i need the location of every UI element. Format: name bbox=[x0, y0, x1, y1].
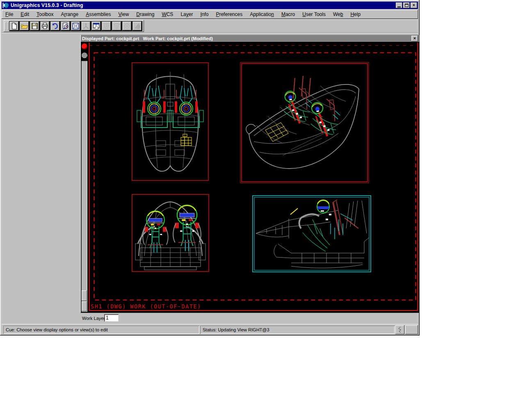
menu-view[interactable]: View bbox=[115, 10, 133, 18]
drafting-sheet: SH1 (DWG) WORK (OUT-OF-DATE) bbox=[88, 42, 419, 313]
dotted-pattern-icon-1-button bbox=[101, 21, 112, 31]
zoom-document-button[interactable] bbox=[60, 21, 71, 31]
menu-preferences[interactable]: Preferences bbox=[212, 10, 246, 18]
toolbar-buttons bbox=[9, 21, 142, 31]
open-folder-icon bbox=[21, 22, 28, 30]
minimize-button[interactable] bbox=[396, 2, 402, 8]
open-folder-button[interactable] bbox=[19, 21, 30, 31]
hatch-fan-button bbox=[132, 21, 142, 31]
viewport-side-view[interactable] bbox=[253, 196, 371, 272]
dotted-pattern-icon-2 bbox=[113, 22, 121, 30]
menu-layer[interactable]: Layer bbox=[177, 10, 196, 18]
zoom-document-icon bbox=[62, 22, 69, 30]
menu-edit[interactable]: Edit bbox=[17, 10, 33, 18]
stop-light-red-icon[interactable] bbox=[82, 43, 87, 49]
toolbar-grip[interactable] bbox=[7, 22, 8, 30]
menu-help[interactable]: Help bbox=[347, 10, 364, 18]
window-title: Unigraphics V15.0.3 - Drafting bbox=[11, 2, 83, 8]
dotted-pattern-icon-2-button bbox=[112, 21, 122, 31]
client-area: Displayed Part: cockpit.prt Work Part: c… bbox=[2, 33, 418, 324]
3d-axes-button bbox=[81, 21, 91, 31]
status-panel: Status: Updating View RIGHT@3 bbox=[200, 326, 395, 334]
hand-select-icon bbox=[92, 22, 100, 30]
interrupt-icon bbox=[397, 326, 402, 333]
cue-text: Cue: Choose view display options or view… bbox=[6, 327, 108, 332]
drawing-window-header[interactable]: Displayed Part: cockpit.prt Work Part: c… bbox=[81, 35, 419, 42]
hatch-fan-icon bbox=[133, 22, 141, 30]
menu-toolbox[interactable]: Toolbox bbox=[33, 10, 57, 18]
toolbar-band bbox=[4, 20, 144, 32]
close-icon: × bbox=[413, 36, 416, 41]
drawing-window-body: SH1 (DWG) WORK (OUT-OF-DATE) bbox=[81, 42, 419, 313]
dotted-pattern-icon-1 bbox=[103, 22, 110, 30]
dotted-pattern-icon-3-button bbox=[122, 21, 132, 31]
part-status-text: Displayed Part: cockpit.prt Work Part: c… bbox=[82, 36, 213, 41]
menu-arrange[interactable]: Arrange bbox=[57, 10, 82, 18]
work-layer-label: Work Layer bbox=[82, 316, 105, 321]
undo-icon bbox=[51, 22, 59, 30]
print-icon bbox=[41, 22, 49, 30]
drawing-window: Displayed Part: cockpit.prt Work Part: c… bbox=[80, 35, 420, 313]
title-bar[interactable]: Unigraphics V15.0.3 - Drafting × bbox=[2, 2, 418, 9]
stop-light-dither-icon[interactable] bbox=[82, 52, 87, 58]
drawing-close-button[interactable]: × bbox=[411, 36, 418, 41]
menu-user-tools[interactable]: User Tools bbox=[299, 10, 329, 18]
toolbar-row bbox=[2, 20, 418, 32]
viewport-front-view[interactable] bbox=[132, 194, 209, 272]
print-button[interactable] bbox=[40, 21, 50, 31]
maximize-button[interactable] bbox=[403, 2, 410, 8]
fit-view-button[interactable] bbox=[71, 21, 81, 31]
viewport-isometric-view[interactable] bbox=[240, 62, 369, 183]
menu-bar: FileEditToolboxArrangeAssembliesViewDraw… bbox=[2, 10, 418, 19]
menu-info[interactable]: Info bbox=[196, 10, 212, 18]
desktop: Unigraphics V15.0.3 - Drafting × FileEdi… bbox=[0, 0, 525, 420]
close-icon: × bbox=[413, 3, 415, 7]
menu-wcs[interactable]: WCS bbox=[158, 10, 177, 18]
undo-button[interactable] bbox=[50, 21, 60, 31]
work-layer-row: Work Layer bbox=[2, 313, 418, 324]
menu-drawing[interactable]: Drawing bbox=[132, 10, 158, 18]
save-icon bbox=[31, 22, 39, 30]
maximize-icon bbox=[405, 4, 409, 7]
dotted-pattern-icon-3 bbox=[123, 22, 131, 30]
track-box-upper[interactable] bbox=[82, 290, 87, 301]
toolbar-grip[interactable] bbox=[5, 22, 6, 30]
progress-strip bbox=[81, 42, 88, 313]
work-layer-input[interactable] bbox=[104, 314, 119, 322]
viewport-top-view[interactable] bbox=[132, 63, 208, 180]
menu-file[interactable]: File bbox=[2, 10, 17, 18]
status-bar: Cue: Choose view display options or view… bbox=[2, 324, 418, 335]
interrupt-button[interactable] bbox=[395, 325, 404, 334]
graphics-canvas[interactable]: SH1 (DWG) WORK (OUT-OF-DATE) bbox=[88, 42, 419, 313]
unigraphics-window: Unigraphics V15.0.3 - Drafting × FileEdi… bbox=[0, 0, 420, 336]
fit-view-icon bbox=[72, 22, 80, 30]
progress-track[interactable] bbox=[81, 61, 87, 312]
track-box-lower[interactable] bbox=[82, 301, 87, 311]
save-button[interactable] bbox=[30, 21, 40, 31]
cue-panel: Cue: Choose view display options or view… bbox=[3, 326, 199, 334]
3d-axes-icon bbox=[82, 22, 90, 30]
sheet-status-annotation: SH1 (DWG) WORK (OUT-OF-DATE) bbox=[91, 303, 201, 310]
minimize-icon bbox=[397, 7, 401, 7]
close-button[interactable]: × bbox=[411, 2, 417, 8]
menu-macro[interactable]: Macro bbox=[278, 10, 299, 18]
menu-assemblies[interactable]: Assemblies bbox=[82, 10, 114, 18]
menu-application[interactable]: Application bbox=[246, 10, 278, 18]
status-filler-panel bbox=[405, 325, 418, 334]
menu-web[interactable]: Web bbox=[329, 10, 347, 18]
unigraphics-logo-icon bbox=[2, 2, 9, 8]
new-document-button[interactable] bbox=[9, 21, 19, 31]
status-text: Status: Updating View RIGHT@3 bbox=[203, 327, 269, 332]
hand-select-button[interactable] bbox=[91, 21, 101, 31]
new-document-icon bbox=[10, 22, 18, 30]
